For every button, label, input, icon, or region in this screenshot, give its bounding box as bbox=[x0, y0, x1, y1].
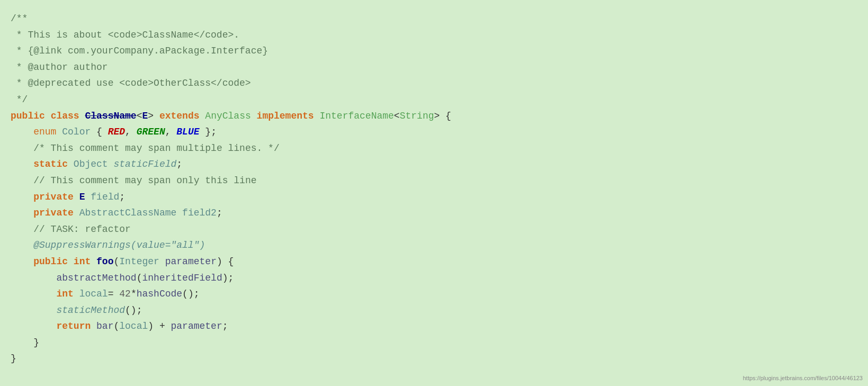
code-line-3: * {@link com.yourCompany.aPackage.Interf… bbox=[11, 43, 857, 59]
code-line-16: public int foo(Integer parameter) { bbox=[11, 254, 857, 270]
code-line-6: */ bbox=[11, 92, 857, 108]
code-line-17: abstractMethod(inheritedField); bbox=[11, 270, 857, 286]
code-line-15: @SuppressWarnings(value="all") bbox=[11, 237, 857, 254]
code-line-20: return bar(local) + parameter; bbox=[11, 318, 857, 335]
code-line-4: * @author author bbox=[11, 59, 857, 76]
code-line-7: public class ClassName<E> extends AnyCla… bbox=[11, 108, 857, 124]
code-line-14: // TASK: refactor bbox=[11, 221, 857, 238]
code-line-11: // This comment may span only this line bbox=[11, 173, 857, 189]
code-line-1: /** bbox=[11, 11, 857, 27]
code-line-2: * This is about <code>ClassName</code>. bbox=[11, 27, 857, 43]
code-line-5: * @deprecated use <code>OtherClass</code… bbox=[11, 75, 857, 92]
url-bar: https://plugins.jetbrains.com/files/1004… bbox=[743, 373, 863, 383]
code-line-12: private E field; bbox=[11, 189, 857, 205]
code-line-8: enum Color { RED, GREEN, BLUE }; bbox=[11, 124, 857, 140]
code-line-9: /* This comment may span multiple lines.… bbox=[11, 140, 857, 157]
code-line-19: staticMethod(); bbox=[11, 302, 857, 319]
code-editor: /** * This is about <code>ClassName</cod… bbox=[11, 5, 857, 372]
code-line-10: static Object staticField; bbox=[11, 156, 857, 173]
code-line-21: } bbox=[11, 335, 857, 351]
code-line-22: } bbox=[11, 351, 857, 367]
code-line-13: private AbstractClassName field2; bbox=[11, 205, 857, 221]
code-line-18: int local= 42*hashCode(); bbox=[11, 286, 857, 302]
